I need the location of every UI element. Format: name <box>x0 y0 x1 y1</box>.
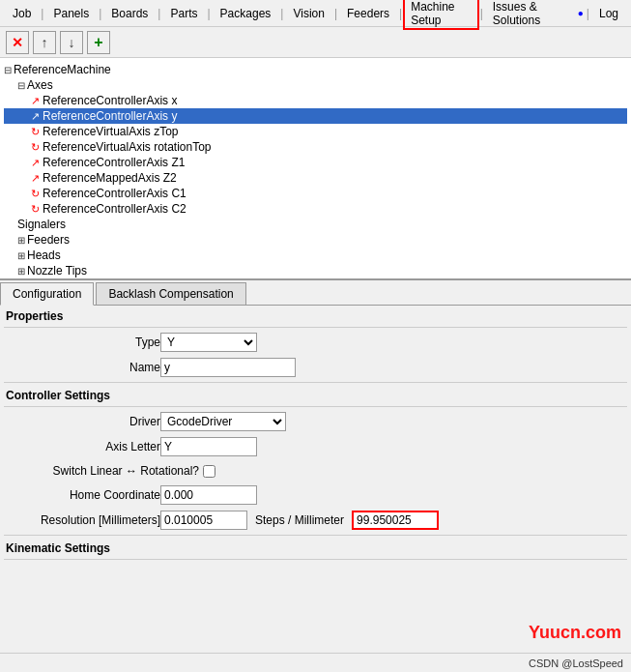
tree-feeders[interactable]: ⊞ Feeders <box>4 232 627 248</box>
signalers-label: Signalers <box>17 218 66 231</box>
arrow-icon-1: ↗ <box>31 110 40 123</box>
heads-label: Heads <box>27 248 61 262</box>
node-label-5: ReferenceMappedAxis Z2 <box>43 171 177 185</box>
properties-divider <box>4 327 627 328</box>
menu-feeders[interactable]: Feeders <box>338 3 398 24</box>
kinematic-divider <box>4 559 627 560</box>
tree-node-5[interactable]: ↗ ReferenceMappedAxis Z2 <box>4 170 627 186</box>
driver-label: Driver <box>6 415 160 428</box>
axes-label: Axes <box>27 78 53 92</box>
tree-node-6[interactable]: ↻ ReferenceControllerAxis C1 <box>4 186 627 201</box>
toolbar: ✕ ↑ ↓ + <box>0 27 631 58</box>
heads-expand: ⊞ <box>17 250 25 261</box>
divider-3 <box>4 535 627 536</box>
tree-node-1[interactable]: ↗ ReferenceControllerAxis y <box>4 108 627 124</box>
home-coord-label: Home Coordinate <box>6 488 160 502</box>
feeders-label: Feeders <box>27 233 70 247</box>
properties-header: Properties <box>0 306 631 325</box>
root-label: ReferenceMachine <box>14 63 111 76</box>
rotate-icon-2: ↻ <box>31 126 40 138</box>
arrow-icon-0: ↗ <box>31 95 40 107</box>
axes-expand-icon: ⊟ <box>17 80 25 91</box>
type-label: Type <box>6 336 160 349</box>
delete-button[interactable]: ✕ <box>6 31 29 54</box>
main-content: ⊟ ReferenceMachine ⊟ Axes ↗ ReferenceCon… <box>0 58 631 672</box>
node-label-4: ReferenceControllerAxis Z1 <box>43 156 185 169</box>
menu-boards[interactable]: Boards <box>102 3 157 24</box>
footer-text: CSDN @LostSpeed <box>529 657 623 669</box>
expand-icon: ⊟ <box>4 65 12 75</box>
resolution-input[interactable] <box>160 511 247 530</box>
name-label: Name <box>6 361 160 374</box>
resolution-row: Resolution [Millimeters] Steps / Millime… <box>0 508 631 533</box>
menu-vision[interactable]: Vision <box>284 3 332 24</box>
axis-letter-row: Axis Letter <box>0 434 631 459</box>
tree-nozzle-tips[interactable]: ⊞ Nozzle Tips <box>4 263 627 278</box>
node-label-1: ReferenceControllerAxis y <box>43 109 177 123</box>
add-button[interactable]: + <box>87 31 110 54</box>
arrow-icon-4: ↗ <box>31 157 40 169</box>
controller-header: Controller Settings <box>0 385 631 404</box>
tree-panel: ⊟ ReferenceMachine ⊟ Axes ↗ ReferenceCon… <box>0 58 631 280</box>
divider-2 <box>4 382 627 383</box>
node-label-7: ReferenceControllerAxis C2 <box>43 202 186 216</box>
driver-select[interactable]: GcodeDriver <box>160 412 286 431</box>
tree-node-0[interactable]: ↗ ReferenceControllerAxis x <box>4 93 627 108</box>
node-label-0: ReferenceControllerAxis x <box>43 94 177 107</box>
name-input[interactable] <box>160 358 296 377</box>
steps-label: Steps / Millimeter <box>255 513 344 527</box>
switch-linear-row: Switch Linear ↔ Rotational? <box>0 459 631 482</box>
menu-machine-setup[interactable]: Machine Setup <box>403 0 478 30</box>
tab-backlash[interactable]: Backlash Compensation <box>96 282 245 305</box>
menu-packages[interactable]: Packages <box>212 3 280 24</box>
menu-bar: Job | Panels | Boards | Parts | Packages… <box>0 0 631 27</box>
tab-configuration[interactable]: Configuration <box>0 282 94 306</box>
feeders-expand: ⊞ <box>17 235 25 246</box>
tree-axes[interactable]: ⊟ Axes <box>4 77 627 93</box>
rotate-icon-3: ↻ <box>31 141 40 154</box>
axis-letter-input[interactable] <box>160 437 257 456</box>
controller-divider <box>4 406 627 407</box>
tree-heads[interactable]: ⊞ Heads <box>4 248 627 263</box>
tab-bar: Configuration Backlash Compensation <box>0 280 631 306</box>
menu-log[interactable]: Log <box>590 3 627 24</box>
type-select[interactable]: Y <box>160 333 257 352</box>
node-label-3: ReferenceVirtualAxis rotationTop <box>43 140 212 154</box>
switch-linear-label: Switch Linear ↔ Rotational? <box>6 464 199 478</box>
type-row: Type Y <box>0 330 631 355</box>
move-down-button[interactable]: ↓ <box>60 31 83 54</box>
rotate-icon-6: ↻ <box>31 188 40 200</box>
nozzle-label: Nozzle Tips <box>27 264 87 278</box>
menu-issues[interactable]: Issues & Solutions <box>484 0 576 31</box>
node-label-2: ReferenceVirtualAxis zTop <box>43 125 179 138</box>
watermark: Yuucn.com <box>529 623 621 643</box>
tree-signalers[interactable]: Signalers <box>4 217 627 232</box>
tree-root[interactable]: ⊟ ReferenceMachine <box>4 62 627 77</box>
menu-panels[interactable]: Panels <box>44 3 98 24</box>
driver-row: Driver GcodeDriver <box>0 409 631 434</box>
nozzle-expand: ⊞ <box>17 266 25 277</box>
node-label-6: ReferenceControllerAxis C1 <box>43 187 186 200</box>
tree-node-7[interactable]: ↻ ReferenceControllerAxis C2 <box>4 201 627 217</box>
tree-node-2[interactable]: ↻ ReferenceVirtualAxis zTop <box>4 124 627 139</box>
issues-dot: ● <box>578 8 584 18</box>
menu-parts[interactable]: Parts <box>161 3 206 24</box>
tree-node-3[interactable]: ↻ ReferenceVirtualAxis rotationTop <box>4 139 627 155</box>
rotate-icon-7: ↻ <box>31 203 40 216</box>
switch-linear-checkbox[interactable] <box>203 465 215 478</box>
move-up-button[interactable]: ↑ <box>33 31 56 54</box>
name-row: Name <box>0 355 631 380</box>
home-coord-row: Home Coordinate <box>0 482 631 508</box>
kinematic-header: Kinematic Settings <box>0 538 631 557</box>
footer-bar: CSDN @LostSpeed <box>0 653 631 672</box>
resolution-label: Resolution [Millimeters] <box>6 513 160 527</box>
config-panel: Configuration Backlash Compensation Prop… <box>0 280 631 672</box>
arrow-icon-5: ↗ <box>31 172 40 185</box>
menu-job[interactable]: Job <box>4 3 40 24</box>
axis-letter-label: Axis Letter <box>6 440 160 453</box>
home-coord-input[interactable] <box>160 485 257 505</box>
steps-input[interactable] <box>352 511 439 530</box>
tree-node-4[interactable]: ↗ ReferenceControllerAxis Z1 <box>4 155 627 170</box>
